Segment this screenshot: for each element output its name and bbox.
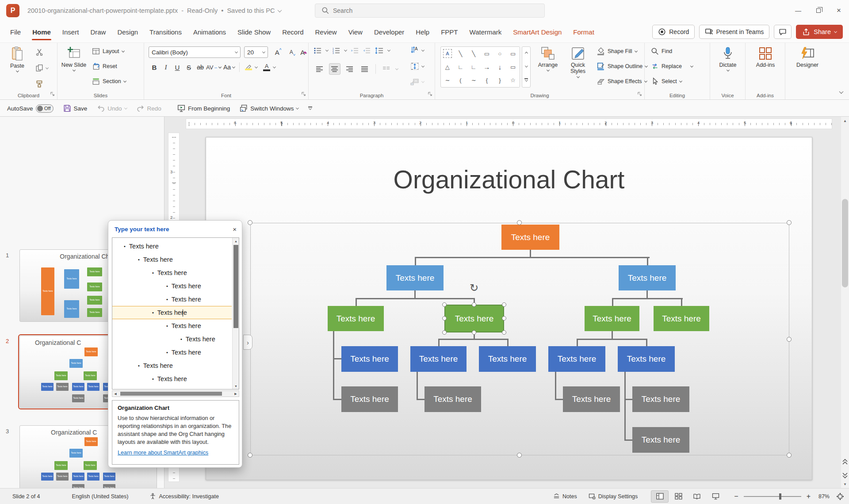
text-pane-item[interactable]: •Texts here	[112, 332, 232, 346]
align-right-button[interactable]	[344, 63, 356, 75]
change-case-button[interactable]: Aa	[221, 61, 237, 73]
underline-button[interactable]: U	[172, 61, 183, 73]
normal-view-button[interactable]	[651, 490, 669, 503]
chevron-down-icon[interactable]	[278, 8, 282, 12]
tab-animations[interactable]: Animations	[187, 21, 232, 42]
layout-button[interactable]: Layout	[92, 47, 124, 55]
cut-button[interactable]	[35, 48, 43, 56]
increase-indent-button[interactable]	[363, 47, 371, 54]
justify-button[interactable]	[359, 63, 371, 75]
align-text-button[interactable]	[410, 62, 424, 70]
columns-button[interactable]	[381, 63, 392, 75]
tab-fppt[interactable]: FPPT	[435, 21, 463, 42]
tab-record[interactable]: Record	[276, 21, 309, 42]
copy-button[interactable]	[35, 64, 48, 72]
selection-handle[interactable]	[248, 220, 252, 225]
org-node[interactable]: Texts here	[386, 265, 444, 290]
tab-developer[interactable]: Developer	[368, 21, 410, 42]
increase-font-size-button[interactable]: A^	[272, 46, 284, 58]
save-button[interactable]: Save	[63, 104, 88, 112]
bold-button[interactable]: B	[149, 61, 160, 73]
scroll-right-arrow[interactable]: ▶	[233, 391, 239, 397]
org-node[interactable]: Texts here	[341, 346, 398, 372]
format-painter-button[interactable]	[35, 80, 43, 88]
redo-button[interactable]: Redo	[137, 104, 161, 112]
arrange-button[interactable]: Arrange	[535, 46, 561, 72]
scroll-down-icon[interactable]	[524, 64, 528, 67]
tab-home[interactable]: Home	[27, 21, 57, 42]
text-pane-toggle[interactable]: ›	[243, 335, 252, 350]
scroll-up-arrow[interactable]: ▲	[233, 238, 239, 244]
shape-selection-handle[interactable]	[502, 316, 506, 321]
chevron-down-icon[interactable]	[325, 49, 329, 52]
customize-qat-button[interactable]	[308, 107, 312, 110]
fit-to-window-button[interactable]	[837, 493, 844, 500]
tab-design[interactable]: Design	[111, 21, 144, 42]
chevron-down-icon[interactable]	[387, 49, 390, 52]
shape-icon[interactable]: ▭	[506, 60, 520, 73]
scroll-left-arrow[interactable]: ◀	[112, 391, 119, 397]
numbering-button[interactable]: 123	[333, 47, 340, 54]
gallery-more-icon[interactable]	[524, 78, 528, 81]
shape-icon[interactable]: }	[493, 74, 507, 87]
designer-button[interactable]: Designer	[795, 46, 820, 68]
slide-indicator[interactable]: Slide 2 of 4	[12, 493, 40, 500]
share-button[interactable]: Share	[796, 25, 843, 39]
shape-selection-handle[interactable]	[442, 316, 447, 321]
org-node[interactable]: Texts here	[424, 386, 481, 412]
shape-icon[interactable]: △	[441, 60, 454, 73]
shape-selection-handle[interactable]	[442, 302, 447, 307]
shape-outline-button[interactable]: Shape Outline	[597, 62, 647, 70]
collapse-ribbon-button[interactable]	[840, 88, 843, 96]
scrollbar-thumb[interactable]	[120, 392, 222, 396]
org-node[interactable]: Texts here	[632, 427, 689, 453]
decrease-indent-button[interactable]	[351, 47, 359, 54]
shapes-gallery-scroll[interactable]	[522, 46, 531, 88]
toggle-switch[interactable]: Off	[36, 104, 54, 113]
dialog-launcher-icon[interactable]	[301, 92, 306, 96]
section-button[interactable]: Section	[92, 77, 126, 85]
zoom-slider[interactable]	[744, 496, 801, 497]
org-node[interactable]: Texts here	[585, 306, 639, 331]
org-node[interactable]: Texts here	[618, 346, 675, 372]
slide-sorter-view-button[interactable]	[669, 490, 687, 503]
shape-icon[interactable]: ∼	[467, 74, 480, 87]
restore-button[interactable]	[808, 0, 829, 21]
org-node[interactable]: Texts here	[632, 386, 689, 412]
selection-handle[interactable]	[517, 220, 522, 225]
tab-insert[interactable]: Insert	[57, 21, 85, 42]
decrease-font-size-button[interactable]: A^	[287, 46, 298, 58]
shape-icon[interactable]: ☆	[506, 74, 520, 87]
font-family-select[interactable]: Calibri (Body)	[149, 46, 241, 58]
selection-handle[interactable]	[787, 453, 792, 458]
shape-selection-handle[interactable]	[442, 330, 447, 335]
text-pane-item[interactable]: •Texts here	[112, 346, 232, 359]
shape-icon[interactable]: {	[480, 74, 493, 87]
vertical-scrollbar[interactable]: ▲ ▼	[841, 117, 849, 488]
zoom-out-button[interactable]: −	[734, 493, 738, 500]
tab-draw[interactable]: Draw	[84, 21, 111, 42]
reset-button[interactable]: Reset	[92, 62, 117, 70]
save-location-label[interactable]: Saved to this PC	[227, 7, 275, 14]
tab-slide-show[interactable]: Slide Show	[232, 21, 276, 42]
chevron-down-icon[interactable]	[273, 65, 276, 68]
shape-icon[interactable]: ╲	[467, 47, 480, 60]
shape-icon[interactable]: ∼	[441, 74, 454, 87]
shape-icon[interactable]: ∟	[454, 60, 467, 73]
line-spacing-button[interactable]	[375, 47, 383, 54]
org-node[interactable]: Texts here	[501, 225, 559, 250]
slideshow-view-button[interactable]	[707, 490, 724, 503]
strikethrough-button[interactable]: S	[183, 61, 195, 73]
dictate-button[interactable]: Dictate	[715, 46, 741, 72]
shape-selection-handle[interactable]	[472, 302, 476, 307]
shape-selection-handle[interactable]	[472, 330, 476, 335]
reading-view-button[interactable]	[688, 490, 706, 503]
horizontal-ruler[interactable]: 6543210123456	[186, 118, 832, 129]
shape-icon[interactable]: ▭	[506, 47, 520, 60]
learn-more-link[interactable]: Learn more about SmartArt graphics	[118, 450, 208, 456]
shape-icon[interactable]: →	[480, 60, 493, 73]
shape-selection-handle[interactable]	[502, 302, 506, 307]
strikethrough-ab-button[interactable]: ab	[195, 61, 206, 73]
tab-help[interactable]: Help	[410, 21, 435, 42]
convert-to-smartart-button[interactable]	[410, 78, 424, 85]
